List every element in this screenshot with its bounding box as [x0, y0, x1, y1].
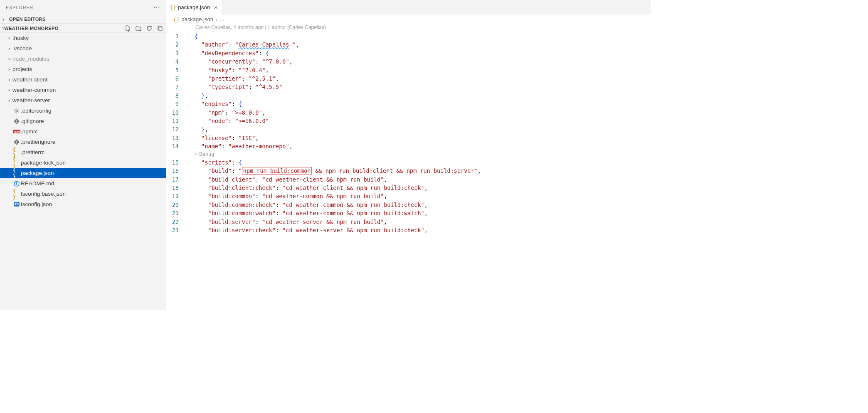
code-editor[interactable]: 1⌄{2 "author": "Carles Capellas ",3⌄ "de…: [166, 31, 651, 310]
tree-item-label: weather-client: [12, 76, 47, 83]
code-line[interactable]: 3⌄ "devDependencies": {: [166, 49, 651, 57]
code-line[interactable]: 4 "concurrently": "^7.0.0",: [166, 57, 651, 66]
chevron-right-icon: ›: [6, 56, 12, 62]
line-number: 4: [166, 57, 186, 66]
debug-codelens[interactable]: ▷Debug: [166, 151, 651, 158]
file-tsconfig.base.json[interactable]: { }tsconfig.base.json: [0, 189, 166, 199]
code-line[interactable]: 6 "prettier": "^2.5.1",: [166, 74, 651, 83]
code-line[interactable]: 16 "build": "npm run build:common && npm…: [166, 167, 651, 175]
svg-point-2: [16, 110, 17, 111]
file-tree: ›.husky›.vscode›node_modules›projects›we…: [0, 33, 166, 310]
folder-node_modules[interactable]: ›node_modules: [0, 54, 166, 64]
tab-label: package.json: [178, 4, 210, 10]
folder-.husky[interactable]: ›.husky: [0, 33, 166, 43]
code-line[interactable]: 20 "build:common:check": "cd weather-com…: [166, 201, 651, 209]
code-line[interactable]: 15⌄ "scripts": {: [166, 158, 651, 167]
close-icon[interactable]: ×: [212, 4, 218, 11]
highlighted-text: npm run build:common: [242, 167, 312, 175]
folder-name: WEATHER-MONOREPO: [4, 26, 58, 31]
file-.editorconfig[interactable]: .editorconfig: [0, 106, 166, 116]
breadcrumb-file: package.json: [181, 16, 213, 22]
tree-item-label: .prettierignore: [21, 139, 55, 145]
line-number: 18: [166, 184, 186, 192]
code-line[interactable]: 14 "name": "weather-monorepo",: [166, 142, 651, 150]
line-number: 10: [166, 108, 186, 117]
code-line[interactable]: 2 "author": "Carles Capellas ",: [166, 40, 651, 49]
chevron-right-icon: ›: [6, 35, 12, 41]
file-README.md[interactable]: README.md: [0, 178, 166, 189]
folder-.vscode[interactable]: ›.vscode: [0, 43, 166, 54]
file-.prettierrc[interactable]: { }.prettierrc: [0, 147, 166, 157]
tree-item-label: README.md: [21, 180, 54, 187]
code-line[interactable]: 9⌄ "engines": {: [166, 100, 651, 108]
json-file-icon: { }: [174, 16, 179, 22]
fold-icon[interactable]: ⌄: [186, 158, 195, 167]
json-icon: { }: [12, 188, 21, 200]
npm-icon: npm: [12, 130, 21, 133]
file-.prettierignore[interactable]: .prettierignore: [0, 137, 166, 147]
chevron-right-icon: ›: [6, 98, 12, 103]
code-line[interactable]: 8 },: [166, 91, 651, 100]
code-line[interactable]: 12 },: [166, 125, 651, 133]
code-line[interactable]: 19 "build:common": "cd weather-common &&…: [166, 192, 651, 200]
explorer-sidebar: EXPLORER ⋯ › OPEN EDITORS › WEATHER-MONO…: [0, 0, 166, 310]
fold-icon[interactable]: ⌄: [186, 100, 195, 108]
code-line[interactable]: 21 "build:common:watch": "cd weather-com…: [166, 209, 651, 217]
refresh-icon[interactable]: [146, 25, 153, 32]
open-editors-label: OPEN EDITORS: [9, 17, 46, 22]
git-icon: [12, 118, 21, 125]
new-file-icon[interactable]: [124, 25, 131, 32]
chevron-right-icon: ›: [2, 16, 9, 22]
folder-header[interactable]: › WEATHER-MONOREPO: [0, 24, 166, 33]
breadcrumbs[interactable]: { } package.json › ...: [166, 15, 651, 24]
tree-item-label: .editorconfig: [21, 108, 52, 114]
line-number: 21: [166, 209, 186, 217]
folder-weather-client[interactable]: ›weather-client: [0, 74, 166, 85]
open-editors-header[interactable]: › OPEN EDITORS: [0, 15, 166, 24]
line-number: 15: [166, 158, 186, 167]
code-line[interactable]: 23 "build:server:check": "cd weather-ser…: [166, 226, 651, 234]
gear-icon: [12, 108, 21, 114]
breadcrumb-ellipsis: ...: [220, 16, 224, 22]
chevron-right-icon: ›: [216, 16, 217, 22]
folder-weather-server[interactable]: ›weather-server: [0, 95, 166, 106]
code-line[interactable]: 7 "typescript": "^4.5.5": [166, 83, 651, 91]
tab-bar: { } package.json ×: [166, 0, 651, 15]
git-icon: [12, 139, 21, 145]
tree-item-label: node_modules: [12, 56, 49, 62]
line-number: 16: [166, 167, 186, 175]
code-line[interactable]: 22 "build:server": "cd weather-server &&…: [166, 218, 651, 226]
line-number: 23: [166, 226, 186, 234]
tree-item-label: .npmrc: [21, 128, 38, 135]
code-line[interactable]: 13 "license": "ISC",: [166, 134, 651, 142]
file-tsconfig.json[interactable]: TStsconfig.json: [0, 199, 166, 209]
more-actions-icon[interactable]: ⋯: [153, 3, 160, 11]
line-number: 22: [166, 218, 186, 226]
fold-icon[interactable]: ⌄: [186, 32, 195, 40]
chevron-down-icon: ›: [0, 27, 7, 29]
line-number: 3: [166, 49, 186, 57]
folder-weather-common[interactable]: ›weather-common: [0, 85, 166, 95]
file-package.json[interactable]: { }package.json: [0, 168, 166, 178]
new-folder-icon[interactable]: [135, 25, 142, 32]
collapse-all-icon[interactable]: [157, 25, 163, 32]
tree-item-label: tsconfig.base.json: [21, 191, 66, 197]
line-number: 6: [166, 74, 186, 83]
fold-icon[interactable]: ⌄: [186, 49, 195, 57]
tab-package-json[interactable]: { } package.json ×: [166, 0, 222, 15]
code-line[interactable]: 10 "npm": ">=8.0.0",: [166, 108, 651, 117]
code-line[interactable]: 5 "husky": "^7.0.4",: [166, 66, 651, 74]
folder-projects[interactable]: ›projects: [0, 64, 166, 74]
code-line[interactable]: 1⌄{: [166, 32, 651, 40]
file-.gitignore[interactable]: .gitignore: [0, 116, 166, 126]
line-number: 20: [166, 201, 186, 209]
line-number: 1: [166, 32, 186, 40]
code-line[interactable]: 17 "build:client": "cd weather-client &&…: [166, 175, 651, 184]
line-number: 17: [166, 175, 186, 184]
file-.npmrc[interactable]: npm.npmrc: [0, 126, 166, 137]
line-number: 8: [166, 91, 186, 100]
code-line[interactable]: 11 "node": ">=16.0.0": [166, 117, 651, 125]
file-package-lock.json[interactable]: { }package-lock.json: [0, 157, 166, 168]
code-line[interactable]: 18 "build:client:check": "cd weather-cli…: [166, 184, 651, 192]
line-number: 5: [166, 66, 186, 74]
